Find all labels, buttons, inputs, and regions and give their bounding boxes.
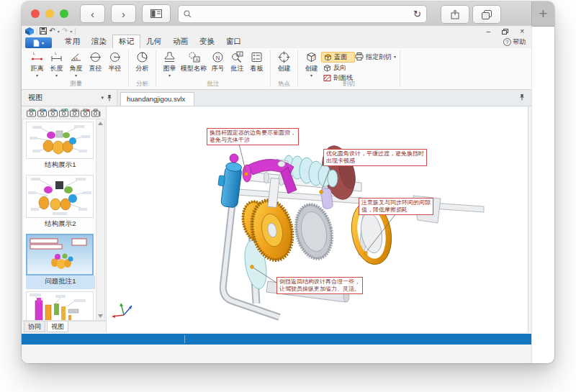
view-thumbnail-3-selected[interactable]: 问题批注1 xyxy=(26,234,95,289)
panel-caret-icon[interactable]: ▾ xyxy=(101,95,104,101)
camera-export-icon[interactable] xyxy=(91,109,101,117)
status-bar-divider xyxy=(184,335,185,343)
reload-icon[interactable]: ↻ xyxy=(413,9,421,19)
menu-tab-row: ▾ 常用 渲染 标记 几何 动画 变换 窗口 ? 帮助 xyxy=(22,36,531,48)
ribbon-group-analysis: 分析 分析 xyxy=(129,48,156,89)
tab-view[interactable]: 视图 xyxy=(47,322,68,332)
annotation-1[interactable]: 换挡杆固定器的边角要尽量圆滑， 避免与壳体干涉 xyxy=(207,128,299,145)
forward-icon: › xyxy=(122,9,125,19)
angle-icon: a xyxy=(70,51,82,63)
share-icon xyxy=(451,9,459,19)
ribbon-group-section: 创建 ▾ 盖面 xyxy=(298,48,400,89)
cap-face-button[interactable]: 盖面 xyxy=(321,52,355,63)
camera-settings-icon[interactable] xyxy=(70,109,79,117)
back-icon: ‹ xyxy=(91,9,94,19)
radius-button[interactable]: 半径 xyxy=(105,49,125,81)
annotation-4[interactable]: 倒挡返回结构设计再合理一些， 让驾驶员操纵更加省力、灵活。 xyxy=(276,277,363,294)
model-name-button[interactable]: A 模型名称 xyxy=(179,49,208,81)
browser-window: ‹ › ↻ xyxy=(22,1,554,363)
svg-text:L: L xyxy=(55,51,57,55)
new-tab-button[interactable]: + xyxy=(531,1,554,26)
tab-overview-button[interactable] xyxy=(472,5,501,24)
group-label-analysis: 分析 xyxy=(129,80,156,88)
tab-jihe[interactable]: 几何 xyxy=(140,35,167,48)
plus-icon: + xyxy=(539,5,547,22)
view-thumbnail-2[interactable]: 结构展示2 xyxy=(26,175,95,232)
view-thumbnail-1[interactable]: 结构展示1 xyxy=(26,122,95,173)
group-label-section: 剖切 xyxy=(298,80,400,88)
tab-biaoji[interactable]: 标记 xyxy=(112,35,140,48)
app-maximize-button[interactable] xyxy=(502,29,508,35)
help-icon: ? xyxy=(503,38,511,46)
close-window-button[interactable] xyxy=(31,9,40,18)
annotation-2[interactable]: 优化圆角设计，平缓过渡，避免换挡时 出现卡顿感 xyxy=(323,149,427,166)
camera-loop-icon[interactable] xyxy=(59,109,68,117)
thumbnail-caption: 结构展示1 xyxy=(26,159,95,173)
svg-text:N: N xyxy=(216,55,220,61)
tab-xuanran[interactable]: 渲染 xyxy=(86,35,112,48)
pin-icon[interactable] xyxy=(519,94,525,101)
zoom-window-button[interactable] xyxy=(60,9,68,18)
group-separator xyxy=(400,50,400,87)
note-icon: A xyxy=(231,51,243,63)
reverse-button[interactable]: 反向 xyxy=(321,63,355,73)
address-search-field[interactable]: ↻ xyxy=(178,5,427,23)
ribbon-group-annotate: 图章 ▾ A 模型名称 N 序号 xyxy=(156,48,270,89)
view-thumbnail-4[interactable] xyxy=(26,291,95,321)
ribbon-group-hotspot: 创建 热点 xyxy=(271,48,297,89)
document-tab[interactable]: huandangjigou.svlx xyxy=(120,92,194,106)
scroll-down-icon[interactable] xyxy=(98,314,103,318)
thumbnail-scrollbar[interactable] xyxy=(96,119,104,320)
model-canvas[interactable]: 换挡杆固定器的边角要尽量圆滑， 避免与壳体干涉 优化圆角设计，平缓过渡，避免换挡… xyxy=(107,106,528,332)
tab-changyong[interactable]: 常用 xyxy=(59,35,86,48)
stamp-button[interactable]: 图章 ▾ xyxy=(160,49,179,81)
thumbnail-image xyxy=(26,122,94,159)
back-button[interactable]: ‹ xyxy=(80,4,105,23)
annotation-3[interactable]: 注意拨叉与同步环间的间隙 值，降低摩擦损耗 xyxy=(359,198,433,215)
camera-new-view-icon[interactable] xyxy=(27,109,36,117)
scroll-up-icon[interactable] xyxy=(98,122,103,125)
camera-delete-icon[interactable] xyxy=(81,109,90,117)
redo-icon[interactable]: ↷ xyxy=(62,27,68,35)
minimize-window-button[interactable] xyxy=(45,9,54,18)
reverse-icon xyxy=(323,64,331,72)
thumbnail-image xyxy=(26,291,94,321)
pin-icon[interactable] xyxy=(107,94,112,101)
thumbnail-image xyxy=(26,175,94,218)
sidebar-toggle-button[interactable] xyxy=(142,4,171,23)
tab-bianhuan[interactable]: 变换 xyxy=(194,35,220,48)
tab-chuangkou[interactable]: 窗口 xyxy=(220,35,247,48)
camera-play-icon[interactable] xyxy=(48,109,58,117)
app-close-button[interactable]: × xyxy=(520,28,524,35)
distance-button[interactable]: L 距离 ▾ xyxy=(27,49,47,81)
app-minimize-button[interactable]: – xyxy=(487,28,491,35)
length-button[interactable]: L 长度 ▾ xyxy=(47,49,66,81)
svg-text:A: A xyxy=(195,58,198,62)
help-button[interactable]: ? 帮助 xyxy=(503,37,526,47)
note-button[interactable]: A 批注 xyxy=(228,49,247,81)
file-menu-button[interactable]: ▾ xyxy=(25,37,52,48)
section-create-button[interactable]: 创建 ▾ xyxy=(302,49,321,81)
redo-caret-icon[interactable]: ▾ xyxy=(70,29,72,34)
main-area: 结构展示1 xyxy=(22,106,531,332)
undo-caret-icon[interactable]: ▾ xyxy=(58,29,60,34)
share-button[interactable] xyxy=(441,5,469,24)
svg-text:L: L xyxy=(33,51,35,55)
angle-button[interactable]: a 角度 ▾ xyxy=(66,49,86,81)
tab-donghua[interactable]: 动画 xyxy=(167,35,194,48)
camera-update-icon[interactable] xyxy=(37,109,47,117)
view-panel-title: 视图 xyxy=(28,93,42,103)
board-button[interactable]: 看板 xyxy=(247,49,266,81)
dropdown-caret-icon: ▾ xyxy=(36,74,38,77)
assign-section-button[interactable]: 指定剖切 ▾ xyxy=(355,49,396,81)
analyze-button[interactable]: 分析 xyxy=(132,49,152,81)
save-icon[interactable] xyxy=(40,27,47,35)
forward-button[interactable]: › xyxy=(111,4,136,23)
undo-icon[interactable]: ↶ xyxy=(49,27,55,35)
diameter-button[interactable]: 直径 xyxy=(86,49,105,81)
sequence-button[interactable]: N 序号 xyxy=(208,49,228,81)
tab-collaboration[interactable]: 协同 xyxy=(24,322,45,332)
dropdown-caret-icon: ▾ xyxy=(55,74,58,77)
file-icon xyxy=(33,40,40,47)
hotspot-create-button[interactable]: 创建 xyxy=(274,49,294,81)
